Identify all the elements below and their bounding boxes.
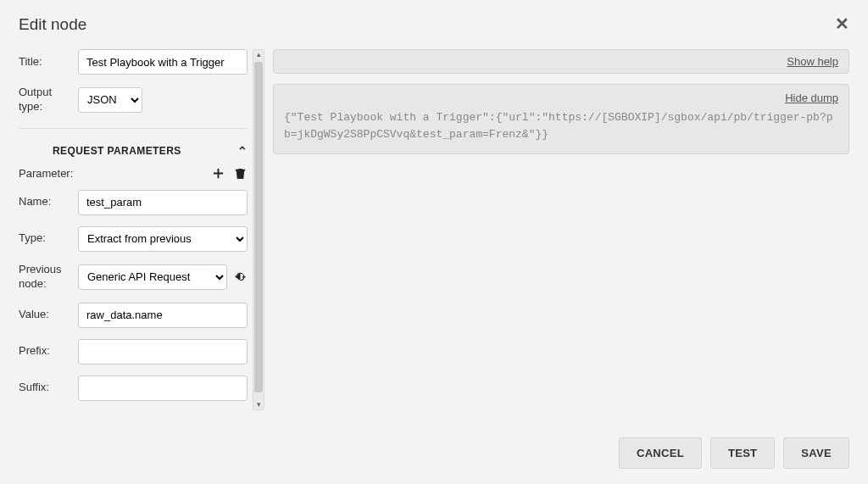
- type-label: Type:: [19, 231, 71, 246]
- right-panel: Show help Hide dump {"Test Playbook with…: [273, 49, 849, 412]
- prev-node-select[interactable]: Generic API Request: [78, 264, 227, 290]
- modal-header: Edit node ✕: [19, 15, 849, 34]
- dump-content: {"Test Playbook with a Trigger":{"url":"…: [284, 109, 838, 143]
- row-name: Name:: [19, 190, 248, 215]
- suffix-label: Suffix:: [19, 381, 71, 395]
- scrollbar-thumb[interactable]: [254, 62, 263, 392]
- output-type-select[interactable]: JSON: [78, 87, 142, 113]
- scrollbar-down-icon[interactable]: ▾: [257, 401, 261, 409]
- add-icon[interactable]: [210, 166, 225, 181]
- hide-dump-link[interactable]: Hide dump: [785, 92, 838, 104]
- cancel-button[interactable]: CANCEL: [619, 437, 702, 469]
- title-input[interactable]: [78, 49, 248, 75]
- prev-node-label: Previous node:: [19, 263, 71, 292]
- row-prefix: Prefix:: [19, 339, 248, 364]
- parameter-label: Parameter:: [19, 167, 203, 180]
- suffix-input[interactable]: [78, 376, 248, 401]
- row-suffix: Suffix:: [19, 376, 248, 401]
- section-title: REQUEST PARAMETERS: [53, 145, 181, 157]
- chevron-up-icon: ⌃: [237, 144, 248, 158]
- edit-node-modal: Edit node ✕ Title: Output type: JSON R: [0, 0, 868, 484]
- show-help-link[interactable]: Show help: [787, 55, 838, 68]
- modal-body: Title: Output type: JSON REQUEST PARAMET…: [19, 49, 849, 412]
- scrollbar[interactable]: ▴ ▾: [253, 49, 264, 410]
- help-bar: Show help: [273, 49, 849, 74]
- save-button[interactable]: SAVE: [783, 437, 849, 469]
- row-value: Value:: [19, 303, 248, 328]
- divider: [19, 128, 248, 129]
- output-type-label: Output type:: [19, 86, 71, 114]
- refresh-icon[interactable]: [232, 270, 248, 285]
- row-title: Title:: [19, 49, 248, 75]
- scrollbar-up-icon[interactable]: ▴: [257, 51, 261, 58]
- title-label: Title:: [19, 55, 71, 70]
- row-parameter: Parameter:: [19, 166, 248, 181]
- name-input[interactable]: [78, 190, 248, 215]
- left-panel: Title: Output type: JSON REQUEST PARAMET…: [19, 49, 253, 412]
- value-label: Value:: [19, 308, 71, 322]
- modal-title: Edit node: [19, 15, 86, 34]
- trash-icon[interactable]: [232, 166, 248, 181]
- test-button[interactable]: TEST: [710, 437, 775, 469]
- prefix-input[interactable]: [78, 339, 248, 364]
- name-label: Name:: [19, 195, 71, 209]
- value-input[interactable]: [78, 303, 248, 328]
- left-panel-wrap: Title: Output type: JSON REQUEST PARAMET…: [19, 49, 264, 412]
- type-select[interactable]: Extract from previous: [78, 226, 248, 252]
- row-prev-node: Previous node: Generic API Request: [19, 263, 248, 292]
- prefix-label: Prefix:: [19, 344, 71, 359]
- row-type: Type: Extract from previous: [19, 226, 248, 252]
- row-output-type: Output type: JSON: [19, 86, 248, 114]
- dump-box: Hide dump {"Test Playbook with a Trigger…: [273, 84, 849, 154]
- close-icon[interactable]: ✕: [835, 15, 849, 32]
- footer: CANCEL TEST SAVE: [619, 437, 849, 469]
- section-header[interactable]: REQUEST PARAMETERS ⌃: [19, 141, 248, 166]
